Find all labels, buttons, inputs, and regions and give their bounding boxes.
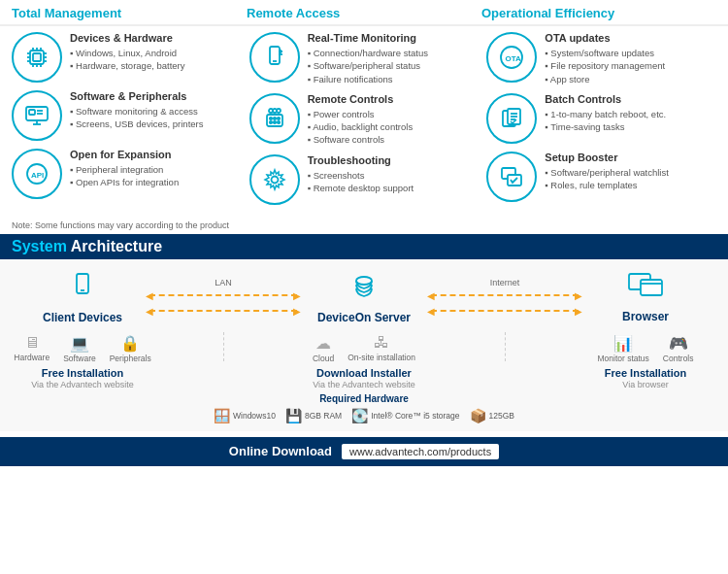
hw-cpu: 💽 Intel® Core™ i5 storage (351, 408, 459, 423)
arrow-right-icon (297, 289, 301, 301)
hw-storage: 📦 125GB (470, 408, 514, 423)
troubleshooting-text: Troubleshooting Screenshots Remote deskt… (308, 154, 414, 195)
ota-bullets: System/software updates File repository … (545, 47, 665, 85)
monitoring-bullet-1: Software/peripheral status (308, 59, 428, 72)
svg-point-36 (271, 176, 278, 183)
sub-icons-row: 🖥 Hardware 💻 Software 🔒 Peripherals ☁ Cl… (10, 330, 718, 367)
peripherals-icon: 🔒 (120, 334, 140, 353)
remote-controls-bullet-0: Power controls (308, 108, 413, 120)
setup-text: Setup Booster Software/peripheral watchl… (545, 152, 668, 192)
software-title: Software & Peripherals (70, 90, 204, 102)
setup-bullets: Software/peripheral watchlist Roles, rul… (545, 166, 668, 192)
col3-header: Operational Efficiency (481, 6, 716, 20)
svg-point-48 (356, 277, 372, 285)
hw-ram: 💾 8GB RAM (285, 408, 342, 423)
feature-item-software: Software & Peripherals Software monitori… (12, 90, 242, 141)
divider-2 (505, 332, 506, 361)
troubleshooting-bullet-1: Remote desktop support (308, 182, 414, 194)
cloud-icon: ☁ (315, 334, 331, 353)
svg-text:API: API (31, 171, 44, 180)
browser-node: Browser (582, 272, 709, 323)
server-install-title: Download Installer (301, 367, 427, 379)
arrow-row-3 (427, 289, 582, 301)
batch-title: Batch Controls (545, 93, 666, 105)
cloud-label: Cloud (313, 354, 334, 363)
devices-title: Devices & Hardware (70, 32, 185, 44)
arrow-dashed-1 (149, 294, 297, 296)
monitoring-bullet-0: Connection/hardware status (308, 47, 428, 59)
client-install-title: Free Installation (19, 367, 146, 379)
phone-icon (249, 32, 300, 83)
hardware-icon: 🖥 (24, 334, 40, 352)
arrow-right-icon-3 (579, 289, 582, 301)
arrow-row-2 (146, 305, 301, 317)
software-bullet-1: Screens, USB devices, printers (70, 118, 204, 130)
cpu-icon: 💽 (351, 408, 368, 423)
api-icon: API (12, 149, 62, 199)
browser-title: Browser (622, 310, 669, 323)
footer-label: Online Download (229, 444, 332, 458)
feature-item-expansion: API Open for Expansion Peripheral integr… (12, 149, 242, 199)
controls-icon: 🎮 (669, 334, 688, 353)
troubleshooting-bullets: Screenshots Remote desktop support (308, 169, 414, 195)
onsite-icon: 🖧 (374, 334, 389, 352)
cpu-label: Intel® Core™ i5 storage (371, 411, 459, 421)
feature-grid: Devices & Hardware Windows, Linux, Andro… (0, 26, 728, 219)
double-arrow-internet (427, 289, 582, 317)
browser-sub: 📊 Monitor status 🎮 Controls (582, 330, 709, 363)
setup-bullet-1: Roles, rule templates (545, 179, 668, 191)
col1-header: Total Management (12, 6, 247, 20)
hw-req-row: 🪟 Windows10 💾 8GB RAM 💽 Intel® Core™ i5 … (10, 404, 718, 423)
feature-item-setup: Setup Booster Software/peripheral watchl… (486, 152, 716, 202)
expansion-bullet-0: Peripheral integration (70, 163, 179, 176)
software-icon: 💻 (70, 334, 89, 353)
controls-sub-icon: 🎮 Controls (663, 334, 694, 363)
software-bullet-0: Software monitoring & access (70, 105, 204, 118)
devices-bullets: Windows, Linux, Android Hardware, storag… (70, 47, 185, 73)
ota-bullet-0: System/software updates (545, 47, 665, 59)
svg-point-32 (277, 118, 279, 119)
arch-section: Client Devices LAN (0, 259, 728, 431)
divider-1 (223, 332, 224, 361)
feature-col-3: OTA OTA updates System/software updates … (482, 30, 720, 215)
batch-icon (486, 93, 537, 144)
double-arrow-lan (146, 289, 301, 317)
svg-point-30 (269, 118, 271, 119)
lan-label: LAN (215, 278, 232, 287)
remote-controls-title: Remote Controls (308, 93, 413, 105)
remote-controls-text: Remote Controls Power controls Audio, ba… (308, 93, 413, 147)
svg-point-35 (277, 121, 279, 123)
server-device-icon (348, 271, 380, 309)
svg-rect-13 (33, 53, 41, 61)
remote-controls-bullets: Power controls Audio, backlight controls… (308, 108, 413, 147)
batch-bullets: 1-to-many batch reboot, etc. Time-saving… (545, 108, 666, 134)
feature-item-remote-controls: Remote Controls Power controls Audio, ba… (249, 93, 480, 147)
expansion-bullets: Peripheral integration Open APIs for int… (70, 163, 179, 189)
controls-label: Controls (663, 354, 694, 363)
feature-item-monitoring: Real-Time Monitoring Connection/hardware… (249, 32, 480, 85)
svg-text:OTA: OTA (506, 54, 522, 63)
feature-col-1: Devices & Hardware Windows, Linux, Andro… (8, 30, 246, 215)
hw-windows: 🪟 Windows10 (214, 408, 276, 423)
remote-icon (249, 93, 300, 144)
setup-title: Setup Booster (545, 152, 668, 163)
peripherals-label: Peripherals (110, 354, 151, 363)
browser-install-sub: Via browser (582, 380, 709, 389)
arrow-right-icon-4 (579, 305, 582, 317)
ota-title: OTA updates (545, 32, 665, 44)
client-install-item: Free Installation Via the Advantech webs… (19, 367, 146, 389)
client-device-icon (67, 271, 98, 309)
arrow-dashed-2 (149, 310, 297, 312)
footer-url: www.advantech.com/products (342, 444, 499, 459)
client-title: Client Devices (43, 311, 122, 324)
feature-item-troubleshooting: Troubleshooting Screenshots Remote deskt… (249, 154, 480, 205)
troubleshooting-title: Troubleshooting (308, 154, 414, 166)
monitor-status-sub-icon: 📊 Monitor status (597, 334, 648, 363)
client-sub: 🖥 Hardware 💻 Software 🔒 Peripherals (19, 330, 146, 363)
devices-bullet-0: Windows, Linux, Android (70, 47, 185, 59)
feature-col-2: Real-Time Monitoring Connection/hardware… (246, 30, 483, 215)
lan-arrow: LAN (146, 278, 301, 317)
svg-rect-17 (29, 110, 35, 115)
setup-icon (486, 152, 537, 202)
remote-controls-bullet-2: Software controls (308, 133, 413, 146)
